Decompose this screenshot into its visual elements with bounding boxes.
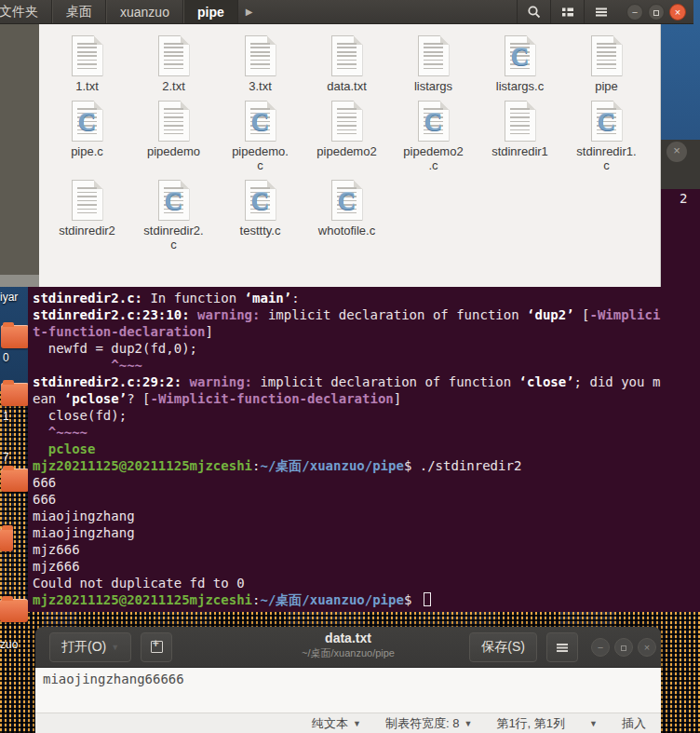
terminal-line: mjz666 — [33, 558, 700, 575]
breadcrumb-desktop[interactable]: 桌面 — [52, 0, 106, 23]
goto-line-dropdown[interactable]: ▼ — [589, 719, 598, 728]
minimize-button[interactable]: − — [591, 638, 610, 657]
close-button[interactable]: × — [669, 4, 686, 20]
terminal-line: stdinredir2.c: In function ‘main’: — [33, 290, 700, 306]
terminal-line: ^~~~~ — [33, 424, 700, 441]
terminal-line: close(fd); — [33, 407, 700, 424]
close-icon[interactable]: × — [666, 142, 687, 162]
terminal-line: newfd = dup2(fd,0); — [33, 340, 700, 357]
terminal-line: stdinredir2.c:29:2: warning: implicit de… — [33, 373, 700, 390]
file-1.txt[interactable]: 1.txt — [44, 35, 130, 93]
chevron-down-icon: ▼ — [464, 719, 472, 728]
file-pipe[interactable]: pipe — [563, 35, 650, 93]
breadcrumb-arrow-icon: ▶ — [238, 0, 261, 23]
breadcrumb-folder[interactable]: 文件夹 — [0, 0, 52, 23]
background-panel-left — [0, 24, 39, 275]
maximize-button[interactable] — [648, 4, 665, 20]
doc-type-label: 纯文本 — [312, 715, 348, 732]
folder-icon[interactable] — [1, 383, 29, 406]
file-listargs[interactable]: listargs — [390, 35, 477, 93]
gedit-menu-button[interactable] — [546, 632, 578, 662]
doc-type-dropdown[interactable]: 纯文本 ▼ — [312, 715, 361, 732]
file-stdinredir1[interactable]: stdinredir1 — [477, 101, 563, 172]
c-file-icon: C — [72, 101, 103, 142]
file-label: pipedemo2 — [316, 144, 376, 158]
desktop-icon-label: 7 — [3, 451, 9, 464]
list-view-button[interactable] — [550, 0, 584, 23]
file-whotofile.c[interactable]: Cwhotofile.c — [303, 180, 390, 251]
text-file-icon — [331, 101, 363, 142]
file-label: pipedemo2.c — [403, 144, 463, 172]
file-label: data.txt — [327, 79, 367, 93]
c-language-icon: C — [591, 108, 623, 136]
file-stdinredir2[interactable]: stdinredir2 — [44, 180, 130, 251]
new-document-button[interactable] — [141, 632, 172, 662]
c-language-icon: C — [331, 187, 363, 215]
file-label: pipedemo — [147, 144, 200, 158]
editor-text-area[interactable]: miaojingzhang66666 — [35, 668, 661, 713]
c-language-icon: C — [505, 43, 536, 71]
c-file-icon: C — [245, 101, 276, 142]
save-button[interactable]: 保存(S) — [469, 632, 537, 662]
open-button[interactable]: 打开(O) ▼ — [49, 632, 131, 662]
terminal-line: mjz20211125@20211125mjzceshi:~/桌面/xuanzu… — [33, 457, 700, 474]
background-panel-left-edge — [0, 275, 39, 287]
menu-button[interactable] — [584, 0, 617, 23]
tab-width-label: 制表符宽度: 8 — [385, 715, 459, 732]
c-language-icon: C — [72, 108, 103, 136]
desktop-screen: iyar 0 1 7 zuo × 2 文件夹 桌面 xuanzuo pipe ▶ — [0, 0, 700, 733]
file-data.txt[interactable]: data.txt — [303, 35, 390, 93]
terminal-output[interactable]: stdinredir2.c: In function ‘main’:stdinr… — [28, 287, 700, 612]
file-label: pipedemo.c — [232, 144, 289, 172]
file-stdinredir1.c[interactable]: Cstdinredir1.c — [563, 101, 650, 172]
insert-mode[interactable]: 插入 — [622, 715, 646, 732]
file-label: pipe.c — [71, 144, 103, 158]
cursor-position-label: 第1行, 第1列 — [496, 715, 565, 732]
text-file-icon — [72, 35, 103, 76]
cursor-position[interactable]: 第1行, 第1列 — [496, 715, 565, 732]
background-terminal-fragment: 2 — [661, 189, 700, 287]
folder-icon[interactable] — [0, 528, 13, 551]
search-button[interactable] — [517, 0, 550, 23]
text-file-icon — [331, 35, 363, 76]
desktop-icon-label: zuo — [0, 638, 18, 651]
file-2.txt[interactable]: 2.txt — [130, 35, 217, 93]
file-stdinredir2.c[interactable]: Cstdinredir2.c — [130, 180, 217, 251]
text-file-icon — [158, 101, 190, 142]
folder-icon[interactable] — [0, 599, 28, 622]
file-pipedemo2[interactable]: pipedemo2 — [303, 101, 390, 172]
terminal-line: stdinredir2.c:23:10: warning: implicit d… — [33, 306, 700, 323]
gedit-headerbar: 打开(O) ▼ data.txt ~/桌面/xuanzuo/pipe 保存(S)… — [35, 627, 661, 668]
folder-icon[interactable] — [1, 325, 29, 348]
file-label: pipe — [595, 79, 618, 93]
filemanager-titlebar: 文件夹 桌面 xuanzuo pipe ▶ — [0, 0, 693, 24]
file-pipedemo.c[interactable]: Cpipedemo.c — [217, 101, 303, 172]
minimize-button[interactable]: − — [626, 4, 643, 20]
file-pipe.c[interactable]: Cpipe.c — [44, 101, 130, 172]
file-pipedemo[interactable]: pipedemo — [130, 101, 217, 172]
folder-icon[interactable] — [1, 468, 29, 492]
terminal-line: ^~~~ — [33, 357, 700, 373]
text-file-icon — [418, 35, 450, 76]
breadcrumb-xuanzuo[interactable]: xuanzuo — [106, 0, 183, 23]
file-listargs.c[interactable]: Clistargs.c — [477, 35, 563, 93]
file-label: whotofile.c — [318, 224, 375, 238]
file-label: stdinredir1.c — [576, 144, 636, 172]
desktop-icon-label: 1 — [3, 410, 9, 423]
tab-width-dropdown[interactable]: 制表符宽度: 8 ▼ — [385, 715, 472, 732]
file-label: stdinredir1 — [491, 144, 548, 158]
breadcrumb-pipe[interactable]: pipe — [183, 0, 238, 23]
c-file-icon: C — [505, 35, 536, 76]
file-3.txt[interactable]: 3.txt — [217, 35, 303, 93]
maximize-button[interactable] — [614, 638, 633, 657]
file-pipedemo2.c[interactable]: Cpipedemo2.c — [390, 101, 477, 172]
gedit-window: 打开(O) ▼ data.txt ~/桌面/xuanzuo/pipe 保存(S)… — [35, 627, 661, 733]
hamburger-menu-icon — [556, 641, 569, 654]
file-label: listargs.c — [496, 79, 544, 93]
close-button[interactable]: × — [638, 638, 656, 657]
c-language-icon: C — [158, 187, 190, 215]
document-path: ~/桌面/xuanzuo/pipe — [302, 646, 395, 660]
document-title: data.txt — [302, 631, 395, 645]
chevron-down-icon: ▼ — [589, 719, 598, 728]
file-testtty.c[interactable]: Ctesttty.c — [217, 180, 303, 251]
